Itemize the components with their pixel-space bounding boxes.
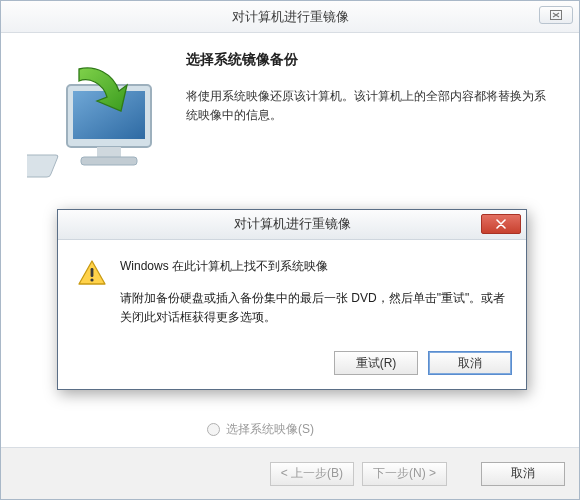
radio-icon — [207, 423, 220, 436]
close-icon — [550, 10, 562, 20]
wizard-heading: 选择系统镜像备份 — [186, 51, 555, 69]
wizard-window: 对计算机进行重镜像 — [0, 0, 580, 500]
svg-rect-6 — [91, 268, 94, 277]
next-button[interactable]: 下一步(N) > — [362, 462, 447, 486]
wizard-titlebar: 对计算机进行重镜像 — [1, 1, 579, 33]
wizard-title: 对计算机进行重镜像 — [1, 8, 579, 26]
wizard-body: 选择系统镜像备份 将使用系统映像还原该计算机。该计算机上的全部内容都将替换为系统… — [1, 33, 579, 447]
dialog-text: Windows 在此计算机上找不到系统映像 请附加备份硬盘或插入备份集中的最后一… — [120, 258, 506, 327]
warning-icon — [78, 260, 106, 286]
back-button[interactable]: < 上一步(B) — [270, 462, 354, 486]
svg-rect-5 — [27, 155, 59, 177]
dialog-secondary-message: 请附加备份硬盘或插入备份集中的最后一张 DVD，然后单击"重试"。或者关闭此对话… — [120, 289, 506, 327]
dialog-close-button[interactable] — [481, 214, 521, 234]
svg-rect-3 — [97, 147, 121, 157]
select-image-radio-label: 选择系统映像(S) — [226, 421, 314, 438]
dialog-titlebar: 对计算机进行重镜像 — [58, 210, 526, 240]
dialog-title: 对计算机进行重镜像 — [58, 216, 526, 233]
wizard-description: 将使用系统映像还原该计算机。该计算机上的全部内容都将替换为系统映像中的信息。 — [186, 87, 555, 125]
svg-rect-4 — [81, 157, 137, 165]
wizard-cancel-button[interactable]: 取消 — [481, 462, 565, 486]
dialog-primary-message: Windows 在此计算机上找不到系统映像 — [120, 258, 506, 275]
retry-button[interactable]: 重试(R) — [334, 351, 418, 375]
svg-point-7 — [90, 278, 93, 281]
dialog-button-row: 重试(R) 取消 — [58, 341, 526, 389]
wizard-footer: < 上一步(B) 下一步(N) > 取消 — [1, 447, 579, 499]
close-icon — [495, 219, 507, 229]
cancel-button[interactable]: 取消 — [428, 351, 512, 375]
select-image-radio[interactable]: 选择系统映像(S) — [207, 421, 314, 438]
restore-illustration-icon — [27, 55, 162, 183]
wizard-close-button[interactable] — [539, 6, 573, 24]
error-dialog: 对计算机进行重镜像 Windows 在此计算机上找不到系统映像 请附加备份硬盘或… — [57, 209, 527, 390]
dialog-body: Windows 在此计算机上找不到系统映像 请附加备份硬盘或插入备份集中的最后一… — [58, 240, 526, 341]
